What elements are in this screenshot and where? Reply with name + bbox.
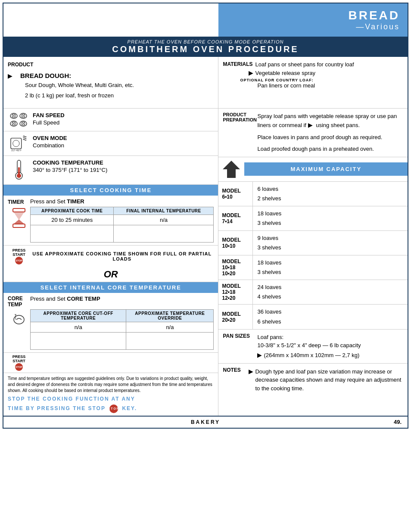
final-temp-value: n/a [114, 215, 214, 225]
oven-mode-row: 212°-482°F 100°-250°C OVEN MODE Combinat… [3, 131, 218, 156]
core-cutoff-value: n/a [31, 322, 126, 333]
or-section: OR [3, 267, 218, 282]
svg-point-25 [13, 140, 19, 146]
procedure-title: COMBITHERM OVEN PROCEDURE [5, 44, 406, 54]
select-cooking-time-header: SELECT COOKING TIME [3, 185, 218, 196]
svg-rect-24 [11, 138, 22, 149]
procedure-header: PREHEAT THE OVEN BEFORE COOKING MODE OPE… [3, 37, 408, 57]
notes-arrow: ▶ [249, 367, 253, 376]
model-7-14-values: 18 loaves 3 shelves [253, 206, 408, 230]
fan-speed-icon-area [8, 112, 30, 128]
capacity-row-10-18: MODEL 10•18 10•20 18 loaves 3 shelves [218, 255, 408, 280]
fan-speed-value: Full Speed [33, 119, 214, 126]
core-icon [8, 308, 30, 350]
svg-rect-32 [13, 208, 25, 212]
core-label: CORE [8, 296, 30, 302]
select-core-header: SELECT INTERNAL CORE TEMPERATURE [3, 282, 218, 293]
model-10-10: MODEL 10•10 [218, 231, 253, 255]
press-start-row: PRESS START STOP USE APPROXIMATE COOKING… [3, 245, 218, 267]
cooking-temp-title: COOKING TEMPERATURE [33, 159, 214, 166]
model-10-18-values: 18 loaves 3 shelves [253, 255, 408, 280]
fan-icon [9, 112, 28, 128]
cook-time-row: 20 to 25 minutes n/a [31, 215, 214, 225]
pan-text1: Loaf pans: [257, 333, 403, 342]
bread-title: BREAD [348, 9, 400, 22]
model-20-20-values: 36 loaves 6 shelves [253, 305, 408, 329]
pan-arrow: ▶ [257, 351, 262, 360]
start-stop-button-bottom: STOP [15, 363, 23, 371]
disclaimer-text: Time and temperature settings are sugges… [8, 376, 214, 394]
prep-text3: Place loaves in pans and proof dough as … [257, 133, 403, 142]
cook-time-table-wrapper: APPROXIMATE COOK TIME FINAL INTERNAL TEM… [30, 205, 214, 243]
pan-sizes-label: PAN SIZES [223, 333, 257, 360]
core-empty-row [31, 333, 214, 350]
model-10-10-values: 9 loaves 3 shelves [253, 231, 408, 255]
col-cook-time: APPROXIMATE COOK TIME [31, 207, 114, 215]
press-start-icon: PRESS START STOP [8, 248, 30, 264]
product-section: PRODUCT ▶ BREAD DOUGH: Sour Dough, Whole… [3, 57, 218, 109]
start-label: START [12, 252, 25, 257]
prep-text1: Spray loaf pans with vegetable release s… [257, 112, 403, 130]
materials-label: MATERIALS [223, 61, 252, 68]
timer-label: TIMER [8, 198, 30, 205]
stop-text: STOP [16, 259, 22, 262]
capacity-rows: MODEL 6•10 6 loaves 2 shelves MODEL 7•14 [218, 182, 408, 330]
page-number: 49. [394, 419, 402, 425]
core-temp-table-section: APPROXIMATE CORE CUT-OFF TEMPERATURE APP… [3, 308, 218, 352]
product-arrow: ▶ [8, 72, 12, 79]
preheat-text: PREHEAT THE OVEN BEFORE COOKING MODE OPE… [5, 39, 406, 44]
col-final-temp: FINAL INTERNAL TEMPERATURE [114, 207, 214, 215]
core-bold: CORE TEMP [67, 296, 100, 302]
model-6-10: MODEL 6•10 [218, 182, 253, 206]
svg-point-31 [17, 174, 21, 178]
stop-key-text: KEY. [122, 405, 137, 411]
capacity-title: MAXIMUM CAPACITY [244, 162, 408, 176]
materials-item2: Vegetable release spray [255, 70, 315, 76]
prep-text4: Load proofed dough pans in a preheated o… [257, 145, 403, 153]
stop-label-bottom: STOP [16, 366, 22, 368]
header-right: BREAD —Various [218, 3, 408, 37]
stop-line2: TIME BY PRESSING THE STOP STOP KEY. [8, 404, 214, 413]
prep-text2: using sheet pans. [316, 122, 360, 128]
product-desc1: Sour Dough, Whole Wheat, Multi Grain, et… [25, 81, 214, 90]
capacity-header-row: MAXIMUM CAPACITY [218, 157, 408, 182]
header-left [3, 3, 218, 37]
capacity-section: MAXIMUM CAPACITY MODEL 6•10 6 loaves 2 s… [218, 157, 408, 330]
pan-text3: (264mm x 140mm x 102mm — 2,7 kg) [264, 351, 359, 360]
cooking-temp-row: COOKING TEMPERATURE 340° to 375°F (171° … [3, 156, 218, 185]
outer-border: BREAD —Various PREHEAT THE OVEN BEFORE C… [3, 3, 408, 429]
svg-rect-33 [13, 224, 25, 227]
press-label-bottom: PRESS [12, 355, 26, 359]
materials-section: MATERIALS Loaf pans or sheet pans for co… [218, 57, 408, 109]
cook-time-section: APPROXIMATE COOK TIME FINAL INTERNAL TEM… [3, 205, 218, 245]
cook-time-value: 20 to 25 minutes [31, 215, 114, 225]
fan-speed-row: FAN SPEED Full Speed [3, 109, 218, 131]
core-values-row: n/a n/a [31, 322, 214, 333]
prep-label-bottom: PREPARATION [223, 117, 257, 122]
capacity-arrow-col [218, 157, 244, 181]
main-content: PRODUCT ▶ BREAD DOUGH: Sour Dough, Whole… [3, 57, 408, 416]
oven-mode-content: OVEN MODE Combination [30, 135, 214, 149]
oven-mode-value: Combination [33, 142, 214, 149]
capacity-row-10-10: MODEL 10•10 9 loaves 3 shelves [218, 231, 408, 255]
notes-section: NOTES ▶ Dough type and loaf pan size var… [218, 364, 408, 396]
press-text-prefix: Press and Set [30, 198, 67, 205]
model-12-18: MODEL 12•18 12•20 [218, 280, 253, 304]
pan-sizes-section: PAN SIZES Loaf pans: 10-3/8" x 5-1/2" x … [218, 330, 408, 364]
cook-time-icon [8, 205, 30, 243]
oven-mode-title: OVEN MODE [33, 135, 214, 141]
header-section: BREAD —Various [3, 3, 408, 37]
bread-subtitle: —Various [356, 22, 400, 31]
core-content: Press and Set CORE TEMP [30, 296, 214, 308]
core-temp-label: TEMP [8, 302, 30, 308]
timer-bold: TIMER [67, 198, 84, 205]
cooking-temp-content: COOKING TEMPERATURE 340° to 375°F (171° … [30, 159, 214, 173]
model-20-20: MODEL 20•20 [218, 305, 253, 329]
footer-text: BAKERY [191, 419, 220, 425]
press-label: PRESS [12, 248, 26, 252]
svg-marker-37 [223, 161, 240, 178]
notes-content: ▶ Dough type and loaf pan size variation… [249, 367, 403, 393]
product-item: BREAD DOUGH: [20, 72, 71, 79]
materials-item3: Pan liners or corn meal [257, 82, 403, 89]
notes-label: NOTES [223, 367, 249, 393]
